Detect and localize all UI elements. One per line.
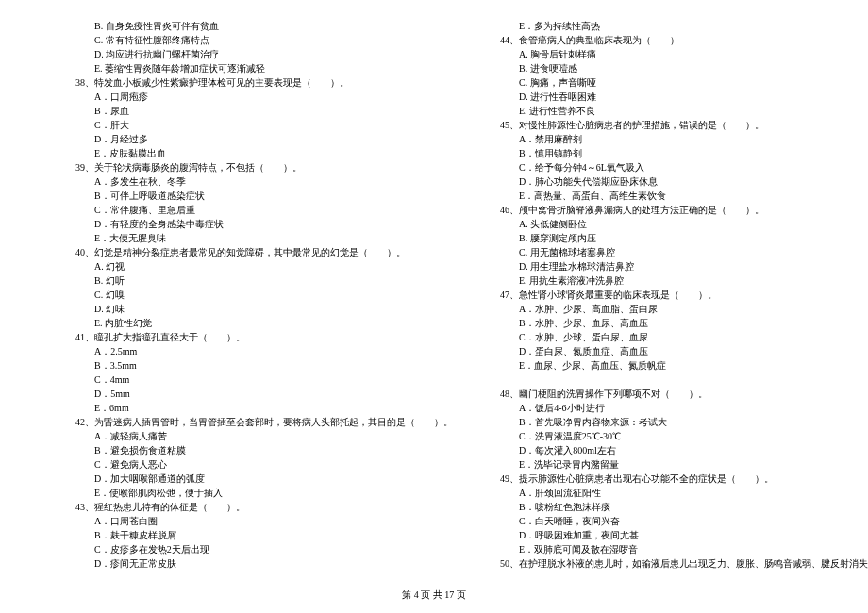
option-line: C. 胸痛，声音嘶哑 bbox=[491, 75, 868, 90]
option-line: E．多为持续性高热 bbox=[491, 19, 868, 33]
question-line: 49、提示肺源性心脏病患者出现右心功能不全的症状是（ ）。 bbox=[491, 472, 868, 486]
option-line: B．首先吸净胃内容物来源：考试大 bbox=[491, 415, 868, 429]
question-line: 47、急性肾小球肾炎最重要的临床表现是（ ）。 bbox=[491, 288, 868, 302]
option-line: D．蛋白尿、氮质血症、高血压 bbox=[491, 344, 868, 358]
question-line: 42、为昏迷病人插胃管时，当胃管插至会套部时，要将病人头部托起，其目的是（ ）。 bbox=[66, 415, 453, 429]
option-line: E．血尿、少尿、高血压、氮质帆症 bbox=[491, 358, 868, 373]
option-line: E．洗毕记录胃内潴留量 bbox=[491, 457, 868, 472]
option-line: A．饭后4-6小时进行 bbox=[491, 401, 868, 415]
question-line: 40、幻觉是精神分裂症患者最常见的知觉障碍，其中最常见的幻觉是（ ）。 bbox=[66, 245, 453, 259]
option-line: B．水肿、少尿、血尿、高血压 bbox=[491, 316, 868, 330]
question-line: 43、猩红热患儿特有的体征是（ ）。 bbox=[66, 500, 453, 514]
option-line: D. 进行性吞咽困难 bbox=[491, 90, 868, 104]
option-line: C. 常有特征性腹部终痛特点 bbox=[66, 33, 453, 47]
page-footer: 第 4 页 共 17 页 bbox=[0, 588, 868, 602]
option-line: D．加大咽喉部通道的弧度 bbox=[66, 472, 453, 486]
question-line: 39、关于轮状病毒肠炎的腹泻特点，不包括（ ）。 bbox=[66, 160, 453, 174]
option-line: A．口周苍白圈 bbox=[66, 514, 453, 528]
option-line: A．2.5mm bbox=[66, 344, 453, 358]
option-line: B. 幻听 bbox=[66, 273, 453, 288]
option-line: C．4mm bbox=[66, 373, 453, 387]
option-line: D. 幻味 bbox=[66, 302, 453, 316]
option-line: C. 幻嗅 bbox=[66, 288, 453, 302]
option-line: A．减轻病人痛苦 bbox=[66, 429, 453, 443]
option-line: C．给予每分钟4～6L氧气吸入 bbox=[491, 160, 868, 174]
left-column: B. 自身免疫性胃炎可伴有贫血C. 常有特征性腹部终痛特点D. 均应进行抗幽门螺… bbox=[66, 19, 472, 580]
option-line: B．可伴上呼吸道感染症状 bbox=[66, 189, 453, 203]
option-line: B．麸干糠皮样脱屑 bbox=[66, 528, 453, 542]
option-line: B．慎用镇静剂 bbox=[491, 146, 868, 160]
option-line: B. 自身免疫性胃炎可伴有贫血 bbox=[66, 19, 453, 33]
question-line: 38、特发血小板减少性紫癜护理体检可见的主要表现是（ ）。 bbox=[66, 75, 453, 90]
option-line: D．肺心功能失代偿期应卧床休息 bbox=[491, 174, 868, 189]
option-line: E．双肺底可闻及散在湿啰音 bbox=[491, 542, 868, 556]
option-line: C．皮疹多在发热2天后出现 bbox=[66, 542, 453, 556]
option-line: C．洗胃液温度25℃-30℃ bbox=[491, 429, 868, 443]
option-line: C．肝大 bbox=[66, 118, 453, 132]
option-line: B. 腰穿测定颅内压 bbox=[491, 231, 868, 245]
option-line: D．有轻度的全身感染中毒症状 bbox=[66, 217, 453, 231]
option-line: E．使喉部肌肉松弛，便于插入 bbox=[66, 486, 453, 500]
option-line: E．大便无腥臭味 bbox=[66, 231, 453, 245]
option-line: E．6mm bbox=[66, 401, 453, 415]
option-line: D. 用生理盐水棉球清洁鼻腔 bbox=[491, 259, 868, 273]
question-line: 46、颅中窝骨折脑脊液鼻漏病人的处理方法正确的是（ ）。 bbox=[491, 203, 868, 217]
option-line: A．多发生在秋、冬季 bbox=[66, 174, 453, 189]
option-line: D．疹间无正常皮肤 bbox=[66, 556, 453, 571]
question-line: 41、瞳孔扩大指瞳孔直径大于（ ）。 bbox=[66, 330, 453, 344]
option-line: A．禁用麻醉剂 bbox=[491, 132, 868, 146]
option-line: D. 均应进行抗幽门螺杆菌治疗 bbox=[66, 47, 453, 61]
option-line: A. 胸骨后针刺样痛 bbox=[491, 47, 868, 61]
right-column: E．多为持续性高热44、食管癌病人的典型临床表现为（ ）A. 胸骨后针刺样痛B.… bbox=[472, 19, 868, 580]
option-line: E. 内脏性幻觉 bbox=[66, 316, 453, 330]
option-line: C. 用无菌棉球堵塞鼻腔 bbox=[491, 245, 868, 259]
option-line: B. 进食哽噎感 bbox=[491, 61, 868, 75]
option-line: A．肝颈回流征阳性 bbox=[491, 486, 868, 500]
option-line: E. 用抗生素溶液冲洗鼻腔 bbox=[491, 273, 868, 288]
option-line: A. 幻视 bbox=[66, 259, 453, 273]
option-line: C．白天嗜睡，夜间兴奋 bbox=[491, 514, 868, 528]
question-line: 45、对慢性肺源性心脏病患者的护理措施，错误的是（ ）。 bbox=[491, 118, 868, 132]
page-container: B. 自身免疫性胃炎可伴有贫血C. 常有特征性腹部终痛特点D. 均应进行抗幽门螺… bbox=[0, 0, 868, 580]
question-line: 50、在护理脱水补液的患儿时，如输液后患儿出现乏力、腹胀、肠鸣音减弱、腱反射消失… bbox=[491, 556, 868, 571]
option-line: B．3.5mm bbox=[66, 358, 453, 373]
option-line: D．每次灌入800ml左右 bbox=[491, 443, 868, 457]
option-line: D．呼吸困难加重，夜间尤甚 bbox=[491, 528, 868, 542]
option-line: D．5mm bbox=[66, 387, 453, 401]
option-line bbox=[491, 373, 868, 387]
option-line: E. 进行性营养不良 bbox=[491, 104, 868, 118]
option-line: B．避免损伤食道粘膜 bbox=[66, 443, 453, 457]
option-line: B．咳粉红色泡沫样痰 bbox=[491, 500, 868, 514]
option-line: E．皮肤黏膜出血 bbox=[66, 146, 453, 160]
option-line: E．高热量、高蛋白、高维生素饮食 bbox=[491, 189, 868, 203]
option-line: C．水肿、少球、蛋白尿、血尿 bbox=[491, 330, 868, 344]
option-line: E. 萎缩性胃炎随年龄增加症状可逐渐减轻 bbox=[66, 61, 453, 75]
option-line: D．月经过多 bbox=[66, 132, 453, 146]
option-line: A．口周疱疹 bbox=[66, 90, 453, 104]
question-line: 44、食管癌病人的典型临床表现为（ ） bbox=[491, 33, 868, 47]
option-line: A. 头低健侧卧位 bbox=[491, 217, 868, 231]
option-line: C．避免病人恶心 bbox=[66, 457, 453, 472]
option-line: B．尿血 bbox=[66, 104, 453, 118]
option-line: C．常伴腹痛、里急后重 bbox=[66, 203, 453, 217]
question-line: 48、幽门梗阻的洗胃操作下列哪项不对（ ）。 bbox=[491, 387, 868, 401]
option-line: A．水肿、少尿、高血脂、蛋白尿 bbox=[491, 302, 868, 316]
